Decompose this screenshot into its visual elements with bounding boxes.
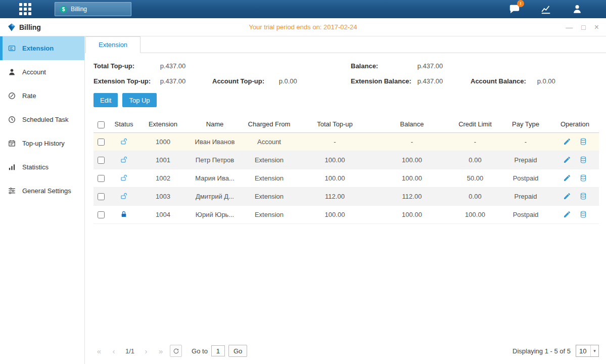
credit-limit-cell: 0.00 <box>450 151 500 169</box>
total-topup-cell: - <box>296 132 374 151</box>
notification-badge: ! <box>517 0 524 7</box>
table-row: 1003 Дмитрий Д... Extension 112.00 112.0… <box>94 187 599 205</box>
apps-grid-icon[interactable] <box>19 3 31 15</box>
top-up-coins-icon[interactable] <box>579 174 587 182</box>
name-cell: Дмитрий Д... <box>187 187 243 205</box>
extension-topup-label: Extension Top-up: <box>94 77 158 85</box>
sidebar-item-label: Rate <box>22 92 36 100</box>
table-row: 1001 Петр Петров Extension 100.00 100.00… <box>94 151 599 169</box>
balance-cell: - <box>374 132 450 151</box>
top-up-button[interactable]: Top Up <box>122 93 156 107</box>
total-topup-field: Total Top-up: p.437.00 <box>94 62 212 70</box>
go-button[interactable]: Go <box>228 345 247 357</box>
select-all-checkbox[interactable] <box>98 121 105 128</box>
next-page-icon[interactable]: › <box>141 345 152 356</box>
pay-type-cell: - <box>500 132 551 151</box>
edit-button[interactable]: Edit <box>94 93 118 107</box>
charged-from-cell: Extension <box>243 205 296 223</box>
col-total-topup: Total Top-up <box>296 116 374 132</box>
unlocked-icon[interactable] <box>120 156 128 163</box>
first-page-icon[interactable]: « <box>94 345 105 356</box>
goto-page-input[interactable] <box>211 345 225 356</box>
top-up-coins-icon[interactable] <box>579 210 587 218</box>
user-account-icon[interactable] <box>571 3 584 15</box>
tab-extension[interactable]: Extension <box>85 36 141 53</box>
summary-spacer <box>471 62 599 70</box>
sidebar-item-scheduled-task[interactable]: Scheduled Task <box>0 108 84 131</box>
edit-pencil-icon[interactable] <box>563 138 571 146</box>
top-up-coins-icon[interactable] <box>579 156 587 164</box>
total-topup-label: Total Top-up: <box>94 62 158 70</box>
row-checkbox[interactable] <box>98 193 105 200</box>
col-operation: Operation <box>551 116 599 132</box>
last-page-icon[interactable]: » <box>155 345 166 356</box>
close-icon[interactable]: × <box>594 23 599 31</box>
account-balance-label: Account Balance: <box>471 77 535 85</box>
unlocked-icon[interactable] <box>120 174 128 181</box>
sidebar: Extension Account Rate Scheduled Task To… <box>0 36 85 364</box>
row-checkbox[interactable] <box>98 175 105 182</box>
sidebar-item-label: General Settings <box>22 187 71 195</box>
sidebar-item-statistics[interactable]: Statistics <box>0 155 84 179</box>
top-up-coins-icon[interactable] <box>579 138 587 146</box>
pay-type-cell: Prepaid <box>500 151 551 169</box>
row-checkbox[interactable] <box>98 211 105 218</box>
pay-type-cell: Prepaid <box>500 187 551 205</box>
balance-cell: 112.00 <box>374 187 450 205</box>
topbar-tab-billing[interactable]: $ Billing <box>55 2 131 16</box>
sidebar-item-extension[interactable]: Extension <box>0 36 84 60</box>
pagination-bar: « ‹ 1/1 › » Go to Go Displaying 1 - 5 of… <box>94 341 599 364</box>
charged-from-cell: Account <box>243 132 296 151</box>
sidebar-item-rate[interactable]: Rate <box>0 84 84 108</box>
refresh-icon[interactable] <box>170 345 182 357</box>
balance-cell: 100.00 <box>374 151 450 169</box>
row-checkbox[interactable] <box>98 139 105 146</box>
displaying-text: Displaying 1 - 5 of 5 <box>512 347 571 355</box>
topbar-tab-label: Billing <box>71 6 87 13</box>
sidebar-item-account[interactable]: Account <box>0 60 84 84</box>
edit-pencil-icon[interactable] <box>563 210 571 218</box>
extension-card-icon <box>8 44 16 53</box>
charged-from-cell: Extension <box>243 187 296 205</box>
locked-icon[interactable] <box>120 210 128 218</box>
topbar-right-icons: ! <box>508 3 584 15</box>
checkbox-cell <box>94 169 109 187</box>
status-cell <box>109 132 139 151</box>
unlocked-icon[interactable] <box>120 138 128 145</box>
minimize-icon[interactable]: — <box>566 24 573 31</box>
edit-pencil-icon[interactable] <box>563 192 571 200</box>
row-checkbox[interactable] <box>98 157 105 164</box>
sliders-icon <box>8 187 16 195</box>
account-balance-value: p.0.00 <box>537 77 555 85</box>
extension-cell: 1004 <box>139 205 187 223</box>
pay-type-cell: Postpaid <box>500 169 551 187</box>
col-status: Status <box>109 116 139 132</box>
table-row: 1002 Мария Ива... Extension 100.00 100.0… <box>94 169 599 187</box>
col-balance: Balance <box>374 116 450 132</box>
body: Extension Account Rate Scheduled Task To… <box>0 36 606 364</box>
pay-type-cell: Postpaid <box>500 205 551 223</box>
page-size-select[interactable]: 10 ▾ <box>576 345 599 357</box>
prev-page-icon[interactable]: ‹ <box>108 345 119 356</box>
chevron-down-icon: ▾ <box>590 345 598 356</box>
window-controls: — □ × <box>566 23 599 31</box>
unlocked-icon[interactable] <box>120 192 128 200</box>
edit-pencil-icon[interactable] <box>563 156 571 164</box>
charged-from-cell: Extension <box>243 169 296 187</box>
sidebar-item-general-settings[interactable]: General Settings <box>0 179 84 203</box>
total-topup-cell: 100.00 <box>296 151 374 169</box>
top-up-coins-icon[interactable] <box>579 192 587 200</box>
col-credit-limit: Credit Limit <box>450 116 500 132</box>
edit-pencil-icon[interactable] <box>563 174 571 182</box>
extension-cell: 1002 <box>139 169 187 187</box>
maximize-icon[interactable]: □ <box>581 24 585 31</box>
statistics-chart-icon[interactable] <box>539 3 552 15</box>
balance-cell: 100.00 <box>374 205 450 223</box>
action-buttons: Edit Top Up <box>94 93 599 107</box>
extension-topup-value: p.437.00 <box>160 77 186 85</box>
notifications-icon[interactable]: ! <box>508 3 521 15</box>
checkbox-cell <box>94 132 109 151</box>
sidebar-item-topup-history[interactable]: Top-up History <box>0 131 84 155</box>
checkbox-cell <box>94 205 109 223</box>
table-row: 1000 Иван Иванов Account - - - - <box>94 132 599 151</box>
